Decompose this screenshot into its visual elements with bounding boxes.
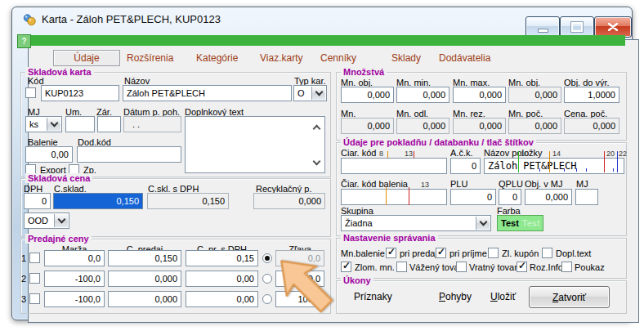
c-predaj-row2-input[interactable]: 0,000 xyxy=(108,271,181,287)
ciar-kod-input[interactable] xyxy=(341,158,447,174)
tab-cenniky[interactable]: Cenníky xyxy=(320,52,356,64)
dodkod-input[interactable] xyxy=(77,146,181,163)
tab-rozsirenia[interactable]: Rozšírenia xyxy=(127,52,173,64)
ack-label: A.č.k. xyxy=(450,148,473,158)
barcode-mark-8: 8 xyxy=(379,150,383,158)
mn-min-input[interactable]: 0,000 xyxy=(396,87,449,103)
c-pr-s-dph-row3-input[interactable]: 0,00 xyxy=(186,291,258,307)
mn-max-input[interactable]: 0,000 xyxy=(453,87,506,103)
cena-poc-field: 0,000 xyxy=(564,118,619,134)
price-row1-radio[interactable] xyxy=(262,253,272,263)
char-tick xyxy=(564,168,565,172)
mn-balenie-label: Mn.balenie xyxy=(341,248,385,258)
help-button[interactable]: ? xyxy=(17,34,31,48)
tab-viaz-karty[interactable]: Viaz.karty xyxy=(260,52,302,64)
pri-prijme-checkbox[interactable] xyxy=(436,248,446,258)
datum-p-poh-field: . . xyxy=(123,116,181,132)
typ-kar-dropdown-button[interactable] xyxy=(311,87,325,100)
chevron-down-icon xyxy=(315,88,323,96)
obj-v-mj-label: Obj. v MJ xyxy=(525,179,562,189)
group-title-ukony: Úkony xyxy=(341,275,373,285)
name-mark-line-red xyxy=(604,151,605,172)
price-row3-checkbox[interactable] xyxy=(29,293,40,304)
name-mark-14: 14 xyxy=(552,150,561,158)
chevron-down-icon xyxy=(50,119,58,127)
ulozit-rest: ložiť xyxy=(498,291,517,302)
price-row2-checkbox[interactable] xyxy=(29,273,40,284)
chevron-down-icon xyxy=(57,216,65,224)
scroll-down-icon[interactable] xyxy=(313,158,321,166)
zl-kupon-checkbox[interactable] xyxy=(488,248,499,258)
typ-kar-combobox[interactable]: O xyxy=(293,85,327,101)
mj-dropdown-button[interactable] xyxy=(47,118,60,131)
screenshot-canvas: Karta - Záloh PET&PLECH, KUP0123 ? Údaje… xyxy=(0,0,644,331)
group-title-nastavenie: Nastavenie správania xyxy=(341,233,438,243)
obj-v-mj-input[interactable]: 0,000 xyxy=(525,189,572,205)
ack-input[interactable]: 0 xyxy=(450,158,481,174)
tab-sklady[interactable]: Sklady xyxy=(391,52,421,64)
dopl-text-checkbox[interactable] xyxy=(542,248,552,258)
scroll-up-icon[interactable] xyxy=(313,125,321,133)
poukaz-checkbox[interactable] xyxy=(561,262,572,272)
kod-checkbox[interactable] xyxy=(25,87,36,98)
obj-do-vyr-input[interactable]: 1,0000 xyxy=(564,87,619,103)
um-input[interactable] xyxy=(65,116,95,132)
minimize-icon xyxy=(538,29,548,33)
chevron-down-icon xyxy=(479,218,487,226)
balenie-input[interactable]: 0,00 xyxy=(25,146,73,163)
barcode-mark-13: 13 xyxy=(405,150,413,158)
priznaky-button[interactable]: Príznaky xyxy=(354,291,392,302)
dph-input[interactable]: 0 xyxy=(24,193,51,209)
zatvorit-button[interactable]: Zatvoriť xyxy=(529,286,610,308)
qplu-input[interactable]: 0 xyxy=(499,189,521,205)
roz-info-checkbox[interactable] xyxy=(517,262,527,272)
mj-combobox[interactable]: ks xyxy=(25,116,62,132)
vratny-tovar-checkbox[interactable] xyxy=(456,262,467,272)
zatvorit-rest: atvoriť xyxy=(558,292,586,303)
zatvorit-accel: Z xyxy=(552,292,558,303)
pri-predaji-checkbox[interactable] xyxy=(386,248,396,258)
price-row3-radio[interactable] xyxy=(262,294,272,304)
cskl-sdph-field[interactable]: 0,150 xyxy=(147,193,229,209)
zar-input[interactable] xyxy=(97,116,121,132)
ciar-kod-balenia-input[interactable] xyxy=(341,189,447,205)
zlom-mn-checkbox[interactable] xyxy=(341,262,351,272)
tab-dodavatelia[interactable]: Dodávatelia xyxy=(439,52,490,64)
mj2-input[interactable] xyxy=(575,189,598,205)
marza-row3-input[interactable]: -100,0 xyxy=(44,291,105,307)
c-pr-s-dph-row1-input[interactable]: 0,15 xyxy=(186,250,258,266)
recykl-field: 0,000 xyxy=(253,193,325,209)
plu-label: PLU xyxy=(450,179,467,189)
csklad-input[interactable]: 0,150 xyxy=(53,193,143,209)
balenia-mark-13: 13 xyxy=(421,181,429,189)
ulozit-accel: U xyxy=(490,291,498,302)
group-title-skladova-cena: Skladová cena xyxy=(25,173,92,183)
doplnkovy-text-textarea[interactable] xyxy=(185,116,325,173)
mn-odl-field: 0,000 xyxy=(396,118,449,134)
mn-obj-input[interactable]: 0,000 xyxy=(341,87,394,103)
skupina-dropdown-button[interactable] xyxy=(476,217,490,230)
nazov-input[interactable]: Záloh PET&PLECH xyxy=(123,85,292,101)
pohyby-button[interactable]: Pohyby xyxy=(439,291,472,302)
price-row1-checkbox[interactable] xyxy=(29,253,40,263)
ood-combobox[interactable]: OOD xyxy=(24,212,69,229)
typ-kar-value: O xyxy=(297,88,305,98)
vazeny-tovar-checkbox[interactable] xyxy=(396,262,407,272)
kod-input[interactable]: KUP0123 xyxy=(41,85,119,101)
ood-dropdown-button[interactable] xyxy=(54,214,68,227)
group-title-pokladna: Údaje pre pokladňu / databanku / tlač št… xyxy=(341,137,536,147)
marza-row1-input[interactable]: 0,0 xyxy=(44,250,105,266)
group-nastavenie xyxy=(336,238,627,279)
marza-row2-input[interactable]: -100,0 xyxy=(44,271,105,287)
c-pr-s-dph-row2-input[interactable]: 0,00 xyxy=(186,271,258,287)
tab-kategorie[interactable]: Kategórie xyxy=(196,52,238,64)
farba-button[interactable]: Test Test xyxy=(497,215,543,231)
c-predaj-row1-input[interactable]: 0,150 xyxy=(108,250,181,266)
plu-input[interactable]: 0 xyxy=(450,189,496,205)
qplu-label: QPLU xyxy=(499,179,523,189)
ulozit-button[interactable]: Uložiť xyxy=(490,291,516,302)
skupina-combobox[interactable]: Žiadna xyxy=(341,215,491,231)
c-predaj-row3-input[interactable]: 0,000 xyxy=(108,291,181,307)
tab-udaje[interactable]: Údaje xyxy=(53,50,120,66)
name-mark-line-green xyxy=(518,151,519,172)
